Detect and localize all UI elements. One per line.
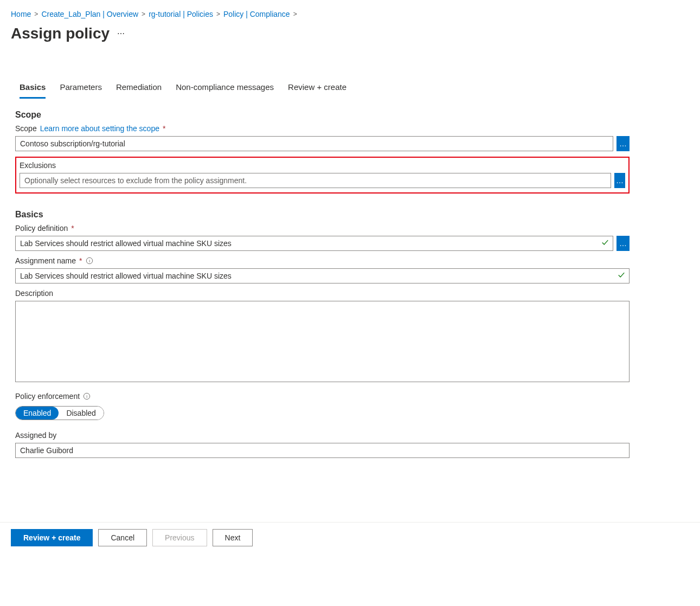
tab-basics[interactable]: Basics: [20, 78, 46, 99]
policy-enforcement-toggle: Enabled Disabled: [15, 406, 104, 420]
tab-non-compliance-messages[interactable]: Non-compliance messages: [176, 78, 274, 99]
footer-bar: Review + create Cancel Previous Next: [0, 522, 700, 572]
scope-section-title: Scope: [15, 110, 630, 120]
chevron-right-icon: >: [216, 10, 220, 18]
more-actions-icon[interactable]: ⋯: [117, 29, 125, 38]
scope-label-row: Scope Learn more about setting the scope…: [15, 124, 630, 133]
policy-definition-input[interactable]: [15, 236, 613, 251]
review-create-button[interactable]: Review + create: [11, 529, 93, 546]
required-indicator: *: [163, 124, 165, 133]
assignment-name-label-row: Assignment name * i: [15, 256, 630, 265]
cancel-button[interactable]: Cancel: [98, 529, 147, 546]
policy-enforcement-label-row: Policy enforcement i: [15, 392, 630, 401]
exclusions-highlight: Exclusions …: [15, 157, 630, 194]
tab-remediation[interactable]: Remediation: [116, 78, 162, 99]
breadcrumb-create-lab-plan[interactable]: Create_Lab_Plan | Overview: [41, 10, 138, 18]
exclusions-label: Exclusions: [20, 161, 625, 170]
chevron-right-icon: >: [142, 10, 145, 18]
ellipsis-icon: …: [616, 177, 624, 184]
basics-section-title: Basics: [15, 210, 630, 220]
tab-review-create[interactable]: Review + create: [288, 78, 346, 99]
scope-input[interactable]: [15, 136, 613, 151]
info-icon[interactable]: i: [83, 392, 91, 400]
info-icon[interactable]: i: [86, 257, 93, 265]
chevron-right-icon: >: [34, 10, 38, 18]
enforcement-disabled-option[interactable]: Disabled: [59, 407, 103, 420]
policy-definition-picker-button[interactable]: …: [616, 236, 630, 251]
breadcrumb-rg-tutorial[interactable]: rg-tutorial | Policies: [149, 10, 213, 18]
ellipsis-icon: …: [619, 240, 627, 247]
policy-definition-label: Policy definition: [15, 224, 68, 233]
required-indicator: *: [71, 224, 74, 233]
scope-learn-more-link[interactable]: Learn more about setting the scope: [40, 124, 159, 133]
assignment-name-label: Assignment name: [15, 256, 76, 265]
policy-definition-label-row: Policy definition *: [15, 224, 630, 233]
exclusions-input[interactable]: [20, 173, 611, 188]
chevron-right-icon: >: [293, 10, 297, 18]
scope-picker-button[interactable]: …: [616, 136, 630, 151]
next-button[interactable]: Next: [213, 529, 253, 546]
page-title: Assign policy: [11, 25, 110, 42]
enforcement-enabled-option[interactable]: Enabled: [16, 407, 59, 420]
description-textarea[interactable]: [15, 301, 630, 382]
breadcrumb: Home > Create_Lab_Plan | Overview > rg-t…: [11, 0, 689, 22]
scope-label: Scope: [15, 124, 37, 133]
previous-button: Previous: [152, 529, 207, 546]
tab-parameters[interactable]: Parameters: [60, 78, 102, 99]
ellipsis-icon: …: [619, 140, 627, 147]
svg-text:i: i: [86, 394, 87, 399]
breadcrumb-policy-compliance[interactable]: Policy | Compliance: [223, 10, 290, 18]
assigned-by-label: Assigned by: [15, 431, 630, 440]
breadcrumb-home[interactable]: Home: [11, 10, 31, 18]
required-indicator: *: [79, 256, 82, 265]
assignment-name-input[interactable]: [15, 268, 630, 283]
page-header: Assign policy ⋯: [11, 22, 689, 46]
description-label: Description: [15, 289, 630, 298]
assigned-by-input[interactable]: [15, 443, 630, 458]
tabs: Basics Parameters Remediation Non-compli…: [15, 78, 630, 99]
policy-enforcement-label: Policy enforcement: [15, 392, 80, 401]
exclusions-picker-button[interactable]: …: [614, 173, 625, 188]
svg-text:i: i: [89, 259, 90, 263]
